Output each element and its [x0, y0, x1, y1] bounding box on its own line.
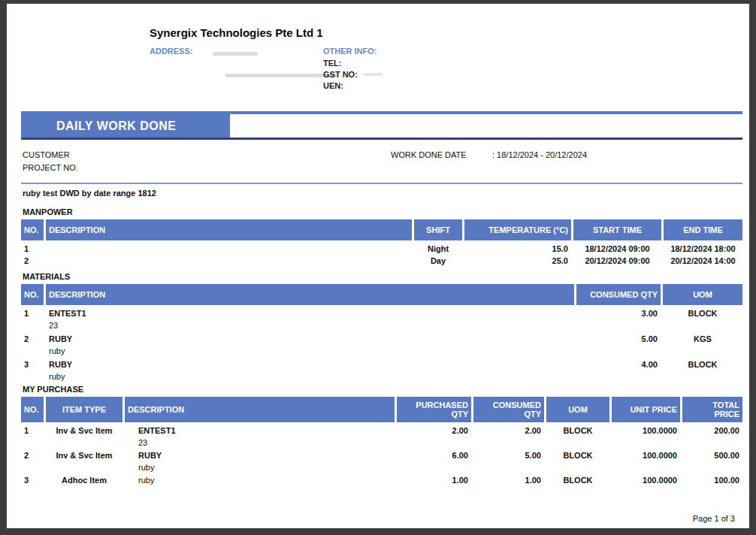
address-label: ADDRESS:	[150, 47, 192, 56]
description-sub: ruby	[49, 345, 571, 357]
cell-description: RUBY ruby	[46, 358, 574, 384]
tel-label: TEL:	[323, 59, 341, 68]
col-header-description: DESCRIPTION	[46, 284, 574, 305]
col-header-uom: UOM	[546, 397, 609, 422]
cell-total-price: 100.00	[682, 474, 742, 499]
redacted-address-line-2	[225, 74, 337, 77]
cell-consumed-qty: 1.00	[473, 474, 544, 499]
cell-description: ENTEST1 23	[125, 425, 395, 449]
other-info-label: OTHER INFO:	[323, 47, 377, 56]
my-purchase-row: 3 Adhoc Item ruby 1.00 1.00 BLOCK 100.00…	[21, 474, 742, 499]
cell-purchased-qty: 1.00	[397, 474, 471, 499]
cell-end-time: 18/12/2024 18:00	[664, 243, 742, 255]
manpower-row: 1 Night 15.0 18/12/2024 09:00 18/12/2024…	[21, 243, 742, 255]
work-done-date-value: : 18/12/2024 - 20/12/2024	[492, 150, 587, 159]
my-purchase-table: NO. ITEM TYPE DESCRIPTION PURCHASED QTY …	[21, 397, 742, 499]
cell-no: 1	[21, 307, 44, 333]
cell-description: ruby	[125, 474, 395, 499]
cell-no: 2	[21, 449, 44, 474]
report-note: ruby test DWD by date range 1812	[23, 189, 156, 198]
redacted-address-line-1	[213, 52, 258, 56]
description-main: RUBY	[138, 449, 392, 461]
materials-row: 2 RUBY ruby 5.00 KGS	[21, 333, 742, 358]
description-main: ENTEST1	[138, 425, 392, 437]
materials-section-label: MATERIALS	[23, 272, 70, 281]
materials-header-row: NO. DESCRIPTION CONSUMED QTY UOM	[21, 284, 742, 305]
cell-no: 2	[21, 333, 44, 358]
col-header-total-price: TOTAL PRICE	[682, 397, 742, 422]
description-sub: ruby	[138, 474, 392, 486]
col-header-end-time: END TIME	[664, 219, 742, 240]
project-no-label: PROJECT NO.	[23, 163, 78, 172]
cell-uom: BLOCK	[546, 449, 609, 474]
cell-consumed-qty: 5.00	[473, 449, 544, 474]
customer-label: CUSTOMER	[23, 150, 70, 159]
cell-item-type: Adhoc Item	[46, 474, 122, 499]
cell-consumed-qty: 4.00	[576, 358, 661, 384]
materials-table: NO. DESCRIPTION CONSUMED QTY UOM 1 ENTES…	[21, 284, 742, 384]
col-header-uom: UOM	[663, 284, 742, 305]
manpower-row: 2 Day 25.0 20/12/2024 09:00 20/12/2024 1…	[21, 255, 742, 267]
cell-description	[46, 255, 412, 267]
cell-start-time: 18/12/2024 09:00	[573, 243, 661, 255]
cell-description: ENTEST1 23	[46, 307, 574, 333]
manpower-section-label: MANPOWER	[23, 207, 73, 216]
cell-no: 3	[21, 474, 44, 499]
col-header-item-type: ITEM TYPE	[46, 397, 122, 422]
report-title-bar: DAILY WORK DONE	[21, 111, 742, 140]
gst-label: GST NO:	[323, 70, 358, 79]
cell-unit-price: 100.0000	[612, 449, 680, 474]
cell-description: RUBY ruby	[46, 333, 574, 358]
cell-uom: BLOCK	[663, 307, 742, 333]
cell-total-price: 500.00	[682, 449, 742, 474]
cell-purchased-qty: 6.00	[397, 449, 471, 474]
cell-unit-price: 100.0000	[612, 425, 680, 449]
cell-description	[46, 243, 412, 255]
col-header-start-time: START TIME	[573, 219, 661, 240]
description-sub: 23	[49, 319, 571, 331]
uen-label: UEN:	[323, 81, 343, 90]
description-main: RUBY	[49, 358, 571, 370]
cell-no: 1	[21, 425, 44, 449]
cell-item-type: Inv & Svc Item	[46, 425, 122, 449]
col-header-temperature: TEMPERATURE (°C)	[464, 219, 571, 240]
cell-item-type: Inv & Svc Item	[46, 449, 122, 474]
manpower-table: NO. DESCRIPTION SHIFT TEMPERATURE (°C) S…	[21, 219, 742, 267]
cell-consumed-qty: 3.00	[576, 307, 661, 333]
work-done-date-label: WORK DONE DATE	[391, 150, 467, 159]
cell-shift: Day	[414, 255, 462, 267]
col-header-consumed-qty: CONSUMED QTY	[473, 397, 544, 422]
my-purchase-section-label: MY PURCHASE	[23, 385, 83, 394]
col-header-unit-price: UNIT PRICE	[612, 397, 680, 422]
description-main: RUBY	[49, 333, 571, 345]
cell-no: 1	[21, 243, 44, 255]
col-header-purchased-qty: PURCHASED QTY	[397, 397, 471, 422]
cell-consumed-qty: 2.00	[473, 425, 544, 449]
col-header-no: NO.	[21, 397, 44, 422]
materials-row: 3 RUBY ruby 4.00 BLOCK	[21, 358, 742, 384]
cell-consumed-qty: 5.00	[576, 333, 661, 358]
cell-no: 2	[21, 255, 44, 267]
description-main: ENTEST1	[49, 307, 571, 319]
description-sub: 23	[138, 437, 392, 449]
col-header-description: DESCRIPTION	[125, 397, 395, 422]
cell-uom: KGS	[663, 333, 742, 358]
company-name: Synergix Technologies Pte Ltd 1	[150, 26, 323, 39]
cell-uom: BLOCK	[546, 474, 609, 499]
col-header-no: NO.	[21, 284, 44, 305]
my-purchase-row: 2 Inv & Svc Item RUBY ruby 6.00 5.00 BLO…	[21, 449, 742, 474]
cell-temperature: 15.0	[464, 243, 571, 255]
col-header-description: DESCRIPTION	[46, 219, 412, 240]
description-sub: ruby	[138, 461, 392, 473]
manpower-header-row: NO. DESCRIPTION SHIFT TEMPERATURE (°C) S…	[21, 219, 742, 240]
my-purchase-header-row: NO. ITEM TYPE DESCRIPTION PURCHASED QTY …	[21, 397, 742, 422]
cell-shift: Night	[414, 243, 462, 255]
col-header-shift: SHIFT	[414, 219, 462, 240]
cell-uom: BLOCK	[546, 425, 609, 449]
cell-uom: BLOCK	[663, 358, 742, 384]
section-separator-rule	[21, 183, 742, 184]
title-bar-bottom-rule	[21, 138, 742, 140]
cell-end-time: 20/12/2024 14:00	[664, 255, 742, 267]
report-content: Synergix Technologies Pte Ltd 1 ADDRESS:…	[21, 4, 742, 528]
cell-start-time: 20/12/2024 09:00	[573, 255, 661, 267]
